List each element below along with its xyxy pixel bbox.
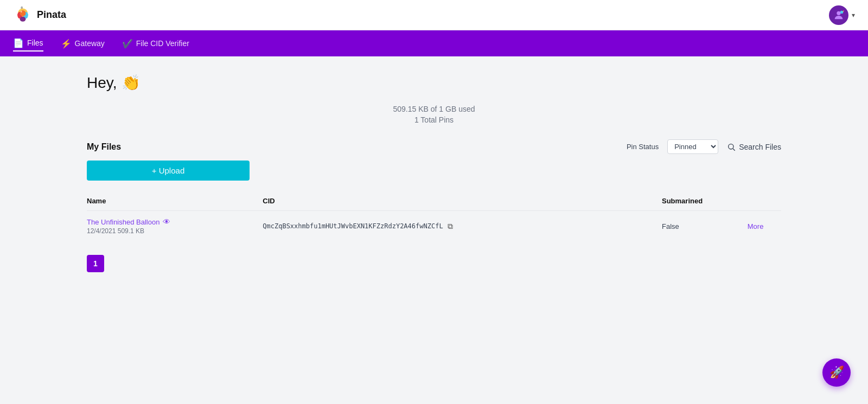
col-actions [748, 191, 781, 211]
page-button-1[interactable]: 1 [87, 255, 104, 272]
files-table: Name CID Submarined The Unfinished Ballo… [87, 191, 781, 242]
nav-verifier-label: File CID Verifier [136, 39, 189, 48]
verifier-nav-icon: ✔️ [122, 39, 133, 49]
logo-area[interactable]: Pinata [13, 5, 66, 25]
search-icon [727, 143, 736, 151]
search-files-button[interactable]: Search Files [727, 143, 781, 151]
storage-stat: 509.15 KB of 1 GB used [87, 105, 781, 113]
file-name-cell: The Unfinished Balloon 👁 12/4/2021 509.1… [87, 211, 263, 242]
file-name: The Unfinished Balloon [87, 218, 159, 226]
eye-icon: 👁 [163, 217, 170, 226]
avatar-icon [833, 9, 845, 21]
cid-cell: QmcZqBSxxhmbfu1mHUtJWvbEXN1KFZzRdzY2A46f… [263, 211, 662, 242]
pins-stat: 1 Total Pins [87, 116, 781, 124]
nav-item-file-cid-verifier[interactable]: ✔️ File CID Verifier [122, 36, 189, 51]
nav-gateway-label: Gateway [75, 39, 105, 48]
svg-line-10 [733, 149, 735, 151]
search-files-label: Search Files [739, 143, 781, 151]
stats-area: 509.15 KB of 1 GB used 1 Total Pins [87, 105, 781, 124]
greeting-text: Hey, [87, 74, 117, 92]
copy-icon[interactable]: ⧉ [448, 222, 453, 231]
svg-point-6 [21, 11, 22, 12]
col-cid: CID [263, 191, 662, 211]
logo-text: Pinata [37, 9, 66, 21]
nav-item-gateway[interactable]: ⚡ Gateway [61, 36, 105, 51]
table-row: The Unfinished Balloon 👁 12/4/2021 509.1… [87, 211, 781, 242]
files-nav-icon: 📄 [13, 38, 24, 48]
submarined-cell: False [662, 211, 748, 242]
cid-value: QmcZqBSxxhmbfu1mHUtJWvbEXN1KFZzRdzY2A46f… [263, 222, 443, 230]
page-number: 1 [93, 259, 98, 268]
pinata-logo-icon [13, 5, 33, 25]
float-help-button[interactable]: 🚀 [822, 358, 851, 387]
svg-point-9 [729, 144, 733, 149]
pin-status-select[interactable]: Pinned All Unpinned [667, 139, 718, 154]
col-name: Name [87, 191, 263, 211]
svg-point-8 [840, 10, 844, 14]
wave-emoji: 👏 [122, 74, 141, 92]
pin-status-label: Pin Status [627, 143, 659, 151]
avatar[interactable] [829, 5, 848, 25]
col-submarined: Submarined [662, 191, 748, 211]
file-name-link[interactable]: The Unfinished Balloon 👁 [87, 217, 263, 226]
float-help-icon: 🚀 [829, 365, 844, 380]
file-date-size: 12/4/2021 509.1 KB [87, 227, 263, 235]
nav-item-files[interactable]: 📄 Files [13, 36, 43, 52]
upload-button[interactable]: + Upload [87, 161, 250, 181]
greeting: Hey, 👏 [87, 74, 781, 92]
gateway-nav-icon: ⚡ [61, 39, 72, 49]
nav-files-label: Files [27, 39, 43, 47]
svg-point-5 [20, 10, 26, 16]
user-area[interactable]: ▾ [829, 5, 855, 25]
svg-point-4 [20, 16, 26, 21]
actions-cell: More [748, 211, 781, 242]
upload-label: + Upload [152, 166, 184, 175]
more-link[interactable]: More [748, 222, 764, 230]
user-chevron: ▾ [852, 11, 855, 19]
files-controls: Pin Status Pinned All Unpinned Search Fi… [627, 139, 781, 154]
files-title: My Files [87, 142, 121, 152]
files-header: My Files Pin Status Pinned All Unpinned … [87, 139, 781, 154]
svg-point-7 [837, 11, 840, 15]
pagination: 1 [87, 255, 781, 272]
top-header: Pinata ▾ [0, 0, 868, 30]
main-content: Hey, 👏 509.15 KB of 1 GB used 1 Total Pi… [0, 56, 868, 290]
nav-bar: 📄 Files ⚡ Gateway ✔️ File CID Verifier [0, 30, 868, 56]
